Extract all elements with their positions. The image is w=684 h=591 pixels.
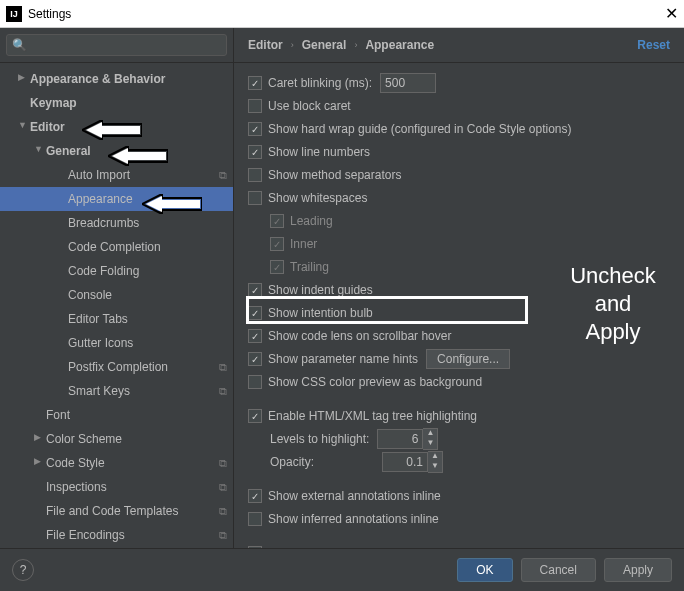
crumb-editor[interactable]: Editor	[248, 38, 283, 52]
sidebar-item-label: Smart Keys	[68, 384, 219, 398]
sidebar-item-console[interactable]: Console	[0, 283, 233, 307]
sidebar-item-font[interactable]: Font	[0, 403, 233, 427]
sidebar-item-label: Gutter Icons	[68, 336, 227, 350]
footer: ? OK Cancel Apply	[0, 548, 684, 590]
sidebar-item-code-folding[interactable]: Code Folding	[0, 259, 233, 283]
sidebar-item-editor[interactable]: Editor	[0, 115, 233, 139]
html-tag-tree-checkbox[interactable]	[248, 409, 262, 423]
trailing-checkbox[interactable]	[270, 260, 284, 274]
caret-blinking-input[interactable]	[380, 73, 436, 93]
caret-blinking-checkbox[interactable]	[248, 76, 262, 90]
options-list: Caret blinking (ms): Use block caret Sho…	[234, 63, 684, 548]
project-scope-icon: ⧉	[219, 457, 227, 470]
sidebar-item-label: General	[46, 144, 227, 158]
sidebar-item-label: Console	[68, 288, 227, 302]
tree-arrow-icon	[18, 120, 30, 130]
app-logo-icon: IJ	[6, 6, 22, 22]
opacity-input[interactable]	[382, 452, 428, 472]
sidebar-item-label: Code Style	[46, 456, 219, 470]
sidebar-item-label: Inspections	[46, 480, 219, 494]
sidebar-item-label: Code Folding	[68, 264, 227, 278]
method-separators-checkbox[interactable]	[248, 168, 262, 182]
ok-button[interactable]: OK	[457, 558, 512, 582]
intention-bulb-label: Show intention bulb	[268, 306, 373, 320]
levels-down-icon[interactable]: ▼	[423, 439, 437, 449]
sidebar-item-label: Editor	[30, 120, 227, 134]
titlebar: IJ Settings ✕	[0, 0, 684, 28]
sidebar-item-color-scheme[interactable]: Color Scheme	[0, 427, 233, 451]
cancel-button[interactable]: Cancel	[521, 558, 596, 582]
line-numbers-checkbox[interactable]	[248, 145, 262, 159]
line-numbers-label: Show line numbers	[268, 145, 370, 159]
crumb-general[interactable]: General	[302, 38, 347, 52]
sidebar-item-appearance-behavior[interactable]: Appearance & Behavior	[0, 67, 233, 91]
external-annotations-checkbox[interactable]	[248, 489, 262, 503]
chain-call-checkbox[interactable]	[248, 546, 262, 548]
project-scope-icon: ⧉	[219, 481, 227, 494]
trailing-label: Trailing	[290, 260, 329, 274]
search-input[interactable]	[6, 34, 227, 56]
hard-wrap-checkbox[interactable]	[248, 122, 262, 136]
crumb-appearance[interactable]: Appearance	[365, 38, 434, 52]
levels-input[interactable]	[377, 429, 423, 449]
sidebar-item-file-encodings[interactable]: File Encodings⧉	[0, 523, 233, 547]
intention-bulb-checkbox[interactable]	[248, 306, 262, 320]
configure-button[interactable]: Configure...	[426, 349, 510, 369]
caret-blinking-label: Caret blinking (ms):	[268, 76, 372, 90]
reset-link[interactable]: Reset	[637, 38, 670, 52]
sidebar-item-label: Keymap	[30, 96, 227, 110]
inner-label: Inner	[290, 237, 317, 251]
tree-arrow-icon	[34, 432, 46, 442]
chain-call-label: Show chain call type hints	[268, 546, 406, 548]
chevron-right-icon: ›	[354, 40, 357, 50]
opacity-label: Opacity:	[270, 455, 314, 469]
code-lens-checkbox[interactable]	[248, 329, 262, 343]
parameter-hints-checkbox[interactable]	[248, 352, 262, 366]
sidebar: 🔍 Appearance & BehaviorKeymapEditorGener…	[0, 28, 234, 548]
block-caret-checkbox[interactable]	[248, 99, 262, 113]
help-icon[interactable]: ?	[12, 559, 34, 581]
project-scope-icon: ⧉	[219, 361, 227, 374]
inferred-annotations-label: Show inferred annotations inline	[268, 512, 439, 526]
project-scope-icon: ⧉	[219, 529, 227, 542]
sidebar-item-auto-import[interactable]: Auto Import⧉	[0, 163, 233, 187]
sidebar-item-label: Appearance & Behavior	[30, 72, 227, 86]
sidebar-item-keymap[interactable]: Keymap	[0, 91, 233, 115]
indent-guides-checkbox[interactable]	[248, 283, 262, 297]
sidebar-item-smart-keys[interactable]: Smart Keys⧉	[0, 379, 233, 403]
sidebar-item-code-style[interactable]: Code Style⧉	[0, 451, 233, 475]
content-panel: Editor › General › Appearance Reset Care…	[234, 28, 684, 548]
method-separators-label: Show method separators	[268, 168, 401, 182]
inner-checkbox[interactable]	[270, 237, 284, 251]
code-lens-label: Show code lens on scrollbar hover	[268, 329, 451, 343]
sidebar-item-general[interactable]: General	[0, 139, 233, 163]
sidebar-item-label: Appearance	[68, 192, 227, 206]
sidebar-item-label: Postfix Completion	[68, 360, 219, 374]
project-scope-icon: ⧉	[219, 505, 227, 518]
close-icon[interactable]: ✕	[665, 4, 678, 23]
sidebar-item-postfix-completion[interactable]: Postfix Completion⧉	[0, 355, 233, 379]
sidebar-item-breadcrumbs[interactable]: Breadcrumbs	[0, 211, 233, 235]
html-tag-tree-label: Enable HTML/XML tag tree highlighting	[268, 409, 477, 423]
whitespaces-checkbox[interactable]	[248, 191, 262, 205]
window-title: Settings	[28, 7, 71, 21]
sidebar-item-gutter-icons[interactable]: Gutter Icons	[0, 331, 233, 355]
sidebar-item-file-and-code-templates[interactable]: File and Code Templates⧉	[0, 499, 233, 523]
search-icon: 🔍	[12, 38, 27, 52]
tree-arrow-icon	[18, 72, 30, 82]
sidebar-item-appearance[interactable]: Appearance	[0, 187, 233, 211]
sidebar-item-inspections[interactable]: Inspections⧉	[0, 475, 233, 499]
leading-checkbox[interactable]	[270, 214, 284, 228]
apply-button[interactable]: Apply	[604, 558, 672, 582]
block-caret-label: Use block caret	[268, 99, 351, 113]
settings-tree: Appearance & BehaviorKeymapEditorGeneral…	[0, 63, 233, 548]
sidebar-item-label: Breadcrumbs	[68, 216, 227, 230]
chevron-right-icon: ›	[291, 40, 294, 50]
opacity-down-icon[interactable]: ▼	[428, 462, 442, 472]
sidebar-item-code-completion[interactable]: Code Completion	[0, 235, 233, 259]
sidebar-item-label: Code Completion	[68, 240, 227, 254]
css-preview-checkbox[interactable]	[248, 375, 262, 389]
inferred-annotations-checkbox[interactable]	[248, 512, 262, 526]
sidebar-item-label: Font	[46, 408, 227, 422]
sidebar-item-editor-tabs[interactable]: Editor Tabs	[0, 307, 233, 331]
